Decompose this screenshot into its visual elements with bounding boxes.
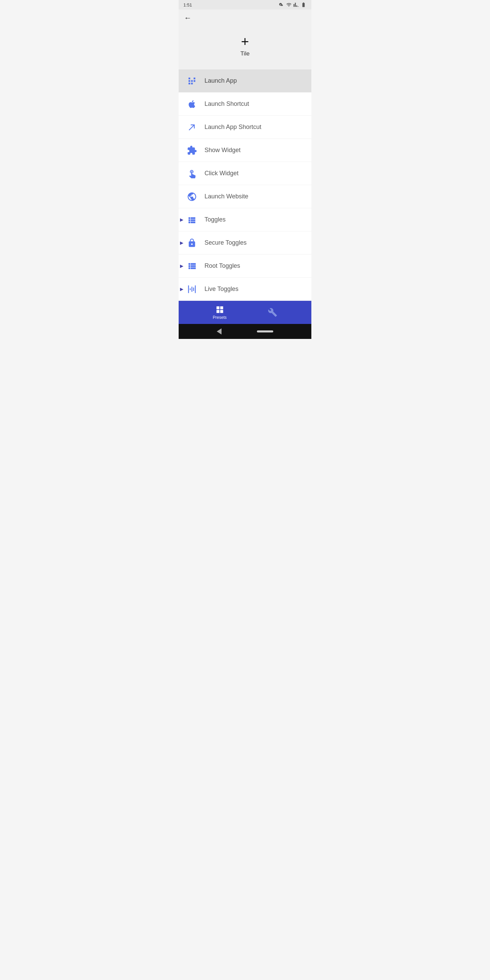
toggles-expand-arrow: ▶	[180, 217, 183, 222]
status-time: 1:51	[183, 2, 192, 8]
show-widget-icon	[185, 144, 198, 157]
tile-header: + Tile	[179, 24, 311, 69]
live-toggles-label: Live Toggles	[205, 285, 239, 293]
list-item-click-widget[interactable]: Click Widget	[179, 162, 311, 185]
live-toggles-icon	[185, 283, 198, 296]
list-item-show-widget[interactable]: Show Widget	[179, 139, 311, 162]
list-item-launch-website[interactable]: Launch Website	[179, 185, 311, 208]
android-home-button[interactable]	[257, 331, 273, 332]
tile-label: Tile	[240, 50, 250, 57]
root-toggles-icon	[185, 259, 198, 272]
signal-icon	[293, 2, 299, 8]
key-icon	[279, 2, 285, 8]
android-back-button[interactable]	[217, 328, 221, 334]
launch-website-label: Launch Website	[205, 193, 248, 200]
root-toggles-label: Root Toggles	[205, 262, 240, 269]
add-tile-button[interactable]: +	[241, 35, 249, 48]
secure-toggles-expand-arrow: ▶	[180, 240, 183, 245]
launch-website-icon	[185, 190, 198, 203]
status-icons	[279, 2, 307, 8]
list-item-toggles[interactable]: ▶ Toggles	[179, 208, 311, 231]
click-widget-icon	[185, 167, 198, 180]
wrench-icon	[268, 308, 277, 317]
bottom-nav: Presets	[179, 301, 311, 324]
launch-shortcut-label: Launch Shortcut	[205, 100, 249, 108]
root-toggles-expand-arrow: ▶	[180, 263, 183, 269]
back-button[interactable]: ←	[184, 14, 192, 22]
launch-app-label: Launch App	[205, 77, 237, 84]
presets-label: Presets	[213, 315, 227, 320]
list-item-launch-app[interactable]: Launch App	[179, 69, 311, 92]
list-item-root-toggles[interactable]: ▶ Root Toggles	[179, 255, 311, 278]
wifi-icon	[286, 2, 292, 8]
secure-toggles-icon	[185, 237, 198, 250]
toggles-icon	[185, 213, 198, 226]
launch-app-shortcut-icon	[185, 121, 198, 134]
list-item-secure-toggles[interactable]: ▶ Secure Toggles	[179, 231, 311, 255]
list-item-live-toggles[interactable]: ▶ Live Toggles	[179, 278, 311, 301]
status-bar: 1:51	[179, 0, 311, 10]
launch-shortcut-icon	[185, 98, 198, 111]
action-list: Launch App Launch Shortcut Launch App Sh…	[179, 69, 311, 301]
live-toggles-expand-arrow: ▶	[180, 286, 183, 292]
nav-presets[interactable]: Presets	[213, 305, 227, 320]
launch-app-icon	[185, 75, 198, 88]
top-bar: ←	[179, 10, 311, 24]
show-widget-label: Show Widget	[205, 147, 240, 154]
secure-toggles-label: Secure Toggles	[205, 239, 247, 247]
toggles-label: Toggles	[205, 216, 226, 223]
nav-tools[interactable]	[268, 308, 277, 317]
android-nav-bar	[179, 324, 311, 339]
list-item-launch-app-shortcut[interactable]: Launch App Shortcut	[179, 116, 311, 139]
presets-grid-icon	[215, 305, 224, 314]
click-widget-label: Click Widget	[205, 170, 239, 177]
list-item-launch-shortcut[interactable]: Launch Shortcut	[179, 92, 311, 116]
launch-app-shortcut-label: Launch App Shortcut	[205, 124, 261, 130]
battery-icon	[301, 2, 307, 8]
